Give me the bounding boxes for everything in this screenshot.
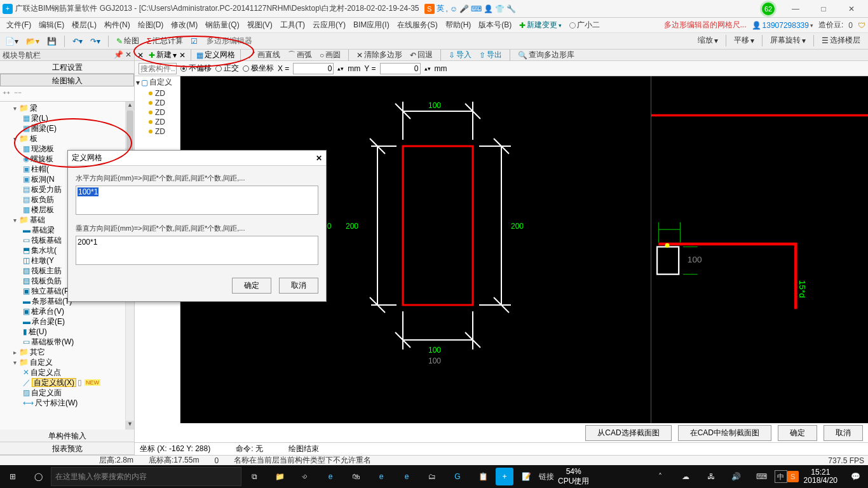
new-change-button[interactable]: ✚新建变更▾ [515,18,566,32]
search-input[interactable] [139,63,177,74]
tree-found-beam[interactable]: 基础梁 [32,225,55,236]
ok-button[interactable]: 确定 [778,425,817,441]
menu-help[interactable]: 帮助(H) [442,18,475,32]
app-edge-icon[interactable]: e [369,465,394,488]
minimize-button[interactable]: — [782,1,810,17]
v-spacing-input[interactable]: 200*1 [76,236,318,265]
radio-polar[interactable]: 极坐标 [243,63,274,74]
arc-btn[interactable]: ⌒画弧 [285,49,315,61]
menu-component[interactable]: 构件(N) [100,18,134,32]
mini-item-3[interactable]: ZD [135,117,180,126]
scroll-down-icon[interactable]: ▼ [126,421,134,430]
rotate-btn[interactable]: 屏幕旋转▾ [768,34,808,46]
sum-btn[interactable]: Σ汇总计算 [144,35,186,47]
account-info[interactable]: 👤13907298339▾ [752,21,813,30]
sogou-icon[interactable]: S [424,4,435,14]
export-btn[interactable]: ⇧导出 [477,49,505,61]
tree-slab-rebar[interactable]: 板受力筋 [31,184,62,195]
from-cad-button[interactable]: 从CAD选择截面图 [585,425,671,441]
menu-rebar[interactable]: 钢筋量(Q) [201,18,243,32]
tree-cast-slab[interactable]: 现浇板 [31,144,54,154]
cancel-button[interactable]: 取消 [824,425,863,441]
dialog-titlebar[interactable]: 定义网格 ✕ [68,151,326,166]
tree-sump[interactable]: 集水坑( [31,245,57,256]
y-input[interactable] [380,63,421,74]
tree-raft-main[interactable]: 筏板主筋 [31,266,62,276]
select-floor-btn[interactable]: ☰ 选择楼层 [819,34,863,46]
new-file-icon[interactable]: 📄▾ [3,36,21,46]
tree-found-strip[interactable]: 基础板带(W) [31,337,74,348]
tree-beam[interactable]: 梁 [30,103,37,114]
tree-column-cap[interactable]: 柱帽( [31,164,49,175]
tree-beam-l[interactable]: 梁(L) [31,113,48,124]
tree-custom-point[interactable]: 自定义点 [31,367,61,378]
tray-network-icon[interactable]: 🖧 [698,465,724,488]
app-folder-icon[interactable]: 📁 [267,465,292,488]
query-btn[interactable]: 🔍查询多边形库 [515,49,577,61]
save-icon[interactable]: 💾 [44,36,59,46]
new-button[interactable]: ✚新建▾ [149,50,177,60]
in-cad-button[interactable]: 在CAD中绘制截面图 [678,425,771,441]
menu-edit[interactable]: 编辑(E) [35,18,68,32]
grid-hint[interactable]: 多边形编辑器的网格尺... [664,20,747,30]
app-store-icon[interactable]: 🛍 [343,465,369,488]
line-btn[interactable]: ／画直线 [246,49,283,61]
taskbar-search[interactable]: 在这里输入你要搜索的内容 [51,467,241,486]
start-button[interactable]: ⊞ [0,465,25,488]
tree-raft-neg[interactable]: 筏板负筋 [31,276,62,287]
check-icon[interactable]: ☑ [188,36,200,46]
tree-slab-hole[interactable]: 板洞(N [31,174,55,185]
tray-sogou-icon[interactable]: S [787,471,799,482]
tree-cap-beam[interactable]: 承台梁(E) [32,316,65,327]
menu-version[interactable]: 版本号(B) [475,18,515,32]
tree-custom[interactable]: 自定义 [30,357,53,368]
mini-tree-root[interactable]: 自定义 [149,77,172,88]
expand-icon[interactable]: ⁺⁺ [3,90,10,98]
ime-lang[interactable]: 英 [437,3,444,14]
cpu-meter[interactable]: 54% CPU使用 [558,467,589,487]
tab-single-input[interactable]: 单构件输入 [0,430,134,442]
app-glodon-icon[interactable]: + [496,468,513,485]
menu-view[interactable]: 视图(V) [243,18,276,32]
tab-report-preview[interactable]: 报表预览 [0,442,134,455]
cortana-icon[interactable]: ◯ [25,465,51,488]
collapse-icon[interactable]: ⁻⁻ [14,90,22,98]
mini-item-2[interactable]: ZD [135,107,180,117]
panel-close-icon[interactable]: ✕ [137,51,144,60]
undo2-btn[interactable]: ↶回退 [407,49,435,61]
taskbar-clock[interactable]: 15:21 2018/4/20 [799,468,843,485]
grid-button[interactable]: ▦定义网格 [196,50,235,60]
tree-ring-beam[interactable]: 圈梁(E) [31,123,57,134]
menu-draw[interactable]: 绘图(D) [134,18,168,32]
mini-item-0[interactable]: ZD [135,88,180,98]
radio-ortho[interactable]: 正交 [215,63,239,74]
ime-user-icon[interactable]: 👤 [484,4,493,13]
app-g-icon[interactable]: G [445,465,470,488]
tree-strip-found[interactable]: 条形基础(T) [32,296,72,307]
app-spinner-icon[interactable]: ꩜ [292,465,318,488]
tree-iso-found[interactable]: 独立基础(P) [31,286,72,297]
action-center-icon[interactable]: 💬 [843,465,868,488]
clear-btn[interactable]: ✕清除多边形 [354,49,405,61]
dialog-ok-button[interactable]: 确定 [232,278,271,294]
h-spacing-input[interactable]: 100*1 [76,186,318,215]
tree-slab-neg[interactable]: 板负筋 [31,194,54,205]
tray-onedrive-icon[interactable]: ☁ [673,465,698,488]
canvas-right[interactable]: 100 15*d [651,76,868,455]
mini-item-4[interactable]: ZD [135,126,180,136]
app-calc-icon[interactable]: 🗂 [419,465,445,488]
tray-volume-icon[interactable]: 🔊 [724,465,749,488]
menu-online[interactable]: 在线服务(S) [393,18,442,32]
menu-bim[interactable]: BIM应用(I) [349,18,393,32]
ime-mic-icon[interactable]: 🎤 [459,4,469,13]
tree-other[interactable]: 其它 [30,347,45,358]
user-short[interactable]: 广小二 [566,18,604,32]
panel-delete-icon[interactable]: ✕ [179,51,186,60]
mini-item-1[interactable]: ZD [135,98,180,107]
menu-tools[interactable]: 工具(T) [276,18,309,32]
close-button[interactable]: ✕ [837,1,865,17]
tree-raft[interactable]: 筏板基础 [31,235,62,246]
app-edge-old-icon[interactable]: e [318,465,343,488]
import-btn[interactable]: ⇩导入 [446,49,474,61]
tray-keyboard-icon[interactable]: ⌨ [749,465,775,488]
